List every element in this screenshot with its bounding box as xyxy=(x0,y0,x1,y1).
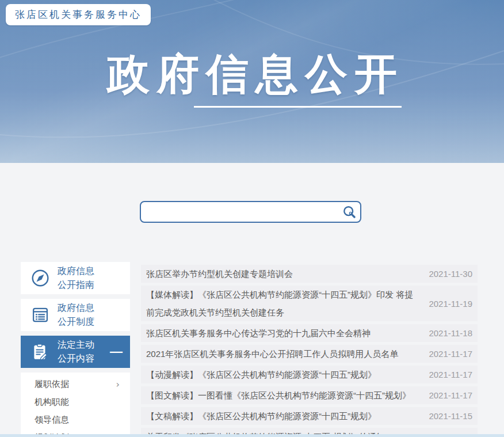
sidebar-item-label: 政府信息 公开指南 xyxy=(58,264,94,292)
news-title: 【图文解读】一图看懂《张店区公共机构节约能源资源“十四五”规划》 xyxy=(146,386,418,404)
news-date: 2021-11-30 xyxy=(429,269,472,279)
search-box xyxy=(140,201,361,223)
news-date: 2021-11-19 xyxy=(429,299,472,309)
sidebar-item-disclosure-guide[interactable]: 政府信息 公开指南 xyxy=(21,262,130,294)
news-date: 2021-11-18 xyxy=(429,328,472,338)
news-row[interactable]: 【媒体解读】《张店区公共机构节约能源资源“十四五”规划》印发 将提前完成党政机关… xyxy=(141,286,478,321)
compass-icon xyxy=(30,268,50,288)
news-row[interactable]: 张店区举办节约型机关创建专题培训会 2021-11-30 xyxy=(141,265,478,283)
search-input[interactable] xyxy=(141,202,338,222)
bottom-edge-strip xyxy=(0,434,504,437)
submenu-item-label: 履职依据 xyxy=(35,379,69,390)
news-row[interactable]: 2021年张店区机关事务服务中心公开招聘工作人员拟聘用人员名单 2021-11-… xyxy=(141,345,478,363)
news-title: 【文稿解读】《张店区公共机构节约能源资源“十四五”规划》 xyxy=(146,407,418,425)
submenu-item-label: 机构职能 xyxy=(35,397,69,408)
submenu-item[interactable]: 履职依据 › xyxy=(21,375,130,393)
sidebar-item-label: 政府信息 公开制度 xyxy=(58,301,94,329)
search-button[interactable] xyxy=(338,202,360,222)
news-title: 【媒体解读】《张店区公共机构节约能源资源“十四五”规划》印发 将提前完成党政机关… xyxy=(146,286,418,321)
news-row[interactable]: 【动漫解读】《张店区公共机构节约能源资源“十四五”规划》 2021-11-17 xyxy=(141,366,478,383)
news-title: 【动漫解读】《张店区公共机构节约能源资源“十四五”规划》 xyxy=(146,366,418,383)
clipboard-pencil-icon xyxy=(30,342,50,362)
page-title: 政府信息公开 xyxy=(0,53,504,96)
site-name-badge[interactable]: 张店区机关事务服务中心 xyxy=(6,4,151,25)
sidebar-item-label: 法定主动 公开内容 xyxy=(58,338,94,366)
sidebar-item-disclosure-system[interactable]: 政府信息 公开制度 xyxy=(21,299,130,331)
submenu-item[interactable]: 领导信息 xyxy=(21,411,130,429)
sidebar-submenu: 履职依据 › 机构职能 领导信息 规划计划 xyxy=(21,373,130,437)
news-date: 2021-11-17 xyxy=(429,390,472,400)
submenu-item[interactable]: 机构职能 xyxy=(21,393,130,411)
news-title: 张店区举办节约型机关创建专题培训会 xyxy=(146,265,418,283)
search-icon xyxy=(342,204,357,220)
main-content: 政府信息 公开指南 政府信息 公开制度 xyxy=(21,262,478,437)
collapse-minus-icon[interactable]: — xyxy=(110,345,123,358)
news-title: 张店区机关事务服务中心传达学习党的十九届六中全会精神 xyxy=(146,324,418,342)
news-row[interactable]: 张店区机关事务服务中心传达学习党的十九届六中全会精神 2021-11-18 xyxy=(141,324,478,342)
page: 张店区机关事务服务中心 政府信息公开 xyxy=(0,0,504,437)
sidebar-item-statutory-disclosure[interactable]: 法定主动 公开内容 — xyxy=(21,336,130,368)
news-row[interactable]: 【图文解读】一图看懂《张店区公共机构节约能源资源“十四五”规划》 2021-11… xyxy=(141,386,478,404)
news-date: 2021-11-17 xyxy=(429,349,472,359)
sidebar: 政府信息 公开指南 政府信息 公开制度 xyxy=(21,262,130,437)
submenu-item-label: 领导信息 xyxy=(35,415,69,425)
banner: 张店区机关事务服务中心 政府信息公开 xyxy=(0,0,504,163)
news-date: 2021-11-15 xyxy=(429,411,472,421)
chevron-right-icon: › xyxy=(116,379,120,390)
news-title: 2021年张店区机关事务服务中心公开招聘工作人员拟聘用人员名单 xyxy=(146,345,418,363)
news-list: 张店区举办节约型机关创建专题培训会 2021-11-30 【媒体解读】《张店区公… xyxy=(141,265,478,437)
news-row[interactable]: 【文稿解读】《张店区公共机构节约能源资源“十四五”规划》 2021-11-15 xyxy=(141,407,478,425)
list-icon xyxy=(30,305,50,325)
title-underline xyxy=(194,106,402,108)
news-date: 2021-11-17 xyxy=(429,370,472,379)
